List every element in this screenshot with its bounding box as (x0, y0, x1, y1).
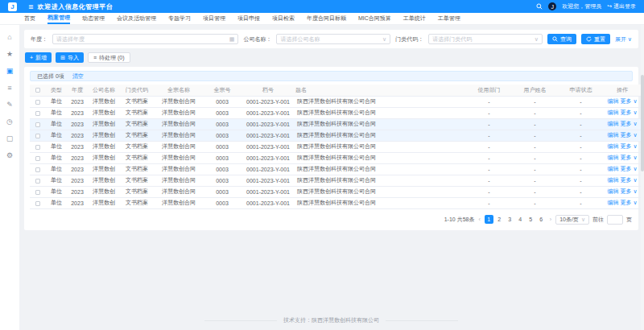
row-checkbox[interactable] (35, 156, 40, 161)
more-link[interactable]: 更多 ∨ (620, 200, 637, 205)
goto-page-input[interactable] (607, 215, 623, 225)
more-link[interactable]: 更多 ∨ (620, 143, 637, 149)
row-checkbox[interactable] (35, 201, 40, 206)
scrollbar[interactable] (641, 25, 644, 330)
page-number[interactable]: 2 (495, 215, 504, 224)
next-page-arrow[interactable]: › (549, 217, 552, 222)
category-select[interactable]: 请选择门类代码 ∨ (428, 34, 543, 44)
company-select[interactable]: 请选择公司名称 ∨ (276, 34, 390, 44)
more-link[interactable]: 更多 ∨ (620, 109, 637, 115)
edit-link[interactable]: 编辑 (607, 132, 618, 138)
page-number[interactable]: 1 (485, 215, 493, 224)
page-number[interactable]: 6 (537, 215, 546, 224)
more-link[interactable]: 更多 ∨ (620, 132, 637, 138)
nav-item[interactable]: 年度合同目标额 (307, 13, 346, 24)
nav-item[interactable]: 动态管理 (82, 13, 105, 24)
edit-link[interactable]: 编辑 (607, 109, 618, 115)
cell-category: 文书档案 (120, 96, 154, 107)
search-button[interactable]: 查询 (547, 34, 576, 44)
edit-link[interactable]: 编辑 (607, 98, 618, 104)
more-link[interactable]: 更多 ∨ (620, 155, 637, 160)
clear-selection-link[interactable]: 清空 (72, 72, 84, 80)
cell-action: 编辑 更多 ∨ (604, 118, 641, 130)
box-icon[interactable]: ▢ (3, 134, 16, 143)
archive-icon[interactable]: ▣ (3, 66, 16, 76)
add-button[interactable]: + 新增 (25, 52, 52, 63)
page-number[interactable]: 4 (516, 215, 525, 224)
page-size-select[interactable]: 10条/页 ∨ (555, 215, 589, 225)
cell-fonds_no: 0003 (204, 96, 241, 107)
nav-item[interactable]: MIC合同预算 (358, 13, 391, 24)
cell-company: 洋慧数创 (88, 175, 120, 186)
row-checkbox[interactable] (35, 134, 40, 138)
more-link[interactable]: 更多 ∨ (620, 177, 637, 183)
nav-item[interactable]: 工单管理 (438, 13, 460, 24)
reset-button[interactable]: 重置 (581, 34, 610, 44)
app-logo: J (8, 2, 17, 11)
cell-type: 单位 (46, 163, 67, 175)
list-icon[interactable]: ≡ (3, 83, 16, 93)
row-checkbox[interactable] (35, 100, 40, 105)
edit-link[interactable]: 编辑 (607, 177, 618, 183)
pending-button[interactable]: ≡ 待处理 (0) (88, 52, 130, 63)
more-link[interactable]: 更多 ∨ (620, 98, 637, 104)
menu-icon[interactable]: ≣ (28, 3, 34, 10)
nav-item[interactable]: 档案管理 (47, 13, 70, 24)
expand-link[interactable]: 展开 ∨ (615, 35, 632, 43)
col-file_no: 档号 (241, 85, 295, 96)
row-checkbox[interactable] (35, 111, 40, 116)
edit-link[interactable]: 编辑 (607, 166, 618, 171)
cell-year: 2023 (67, 186, 88, 197)
nav-item[interactable]: 项目申报 (237, 13, 260, 24)
cell-title: 陕西洋慧数创科技有限公司合同 (295, 107, 466, 118)
row-checkbox[interactable] (35, 122, 40, 127)
page-number[interactable]: 3 (506, 215, 514, 224)
cell-title: 陕西洋慧数创科技有限公司合同 (295, 163, 466, 175)
home-icon[interactable]: ⌂ (3, 32, 16, 42)
edit-link[interactable]: 编辑 (607, 155, 618, 160)
logout-label: 退出登录 (613, 2, 636, 10)
nav-item[interactable]: 工单统计 (403, 13, 426, 24)
year-input[interactable]: 请选择年度 ▦ (52, 34, 238, 44)
nav-item[interactable]: 项目管理 (203, 13, 225, 24)
row-checkbox[interactable] (35, 145, 40, 150)
cell-action: 编辑 更多 ∨ (604, 186, 641, 197)
nav-item[interactable]: 专题学习 (168, 13, 191, 24)
search-icon[interactable] (536, 3, 543, 10)
cell-fonds_no: 0003 (204, 163, 241, 175)
avatar[interactable]: J (548, 2, 556, 10)
row-checkbox[interactable] (35, 167, 40, 172)
star-icon[interactable]: ★ (3, 49, 16, 59)
edit-icon[interactable]: ✎ (3, 100, 16, 109)
cell-apply_status: - (558, 163, 604, 175)
more-link[interactable]: 更多 ∨ (620, 188, 637, 194)
page-number[interactable]: 5 (526, 215, 535, 224)
nav-item[interactable]: 会议及活动管理 (117, 13, 156, 24)
edit-link[interactable]: 编辑 (607, 143, 618, 149)
select-all-checkbox[interactable] (35, 88, 40, 93)
cell-use_dept: - (466, 96, 512, 107)
calendar-icon: ▦ (229, 36, 235, 43)
edit-link[interactable]: 编辑 (607, 200, 618, 205)
cell-apply_status: - (558, 118, 604, 130)
year-placeholder: 请选择年度 (56, 35, 85, 43)
prev-page-arrow[interactable]: ‹ (477, 217, 481, 222)
gear-icon[interactable]: ⚙ (3, 151, 16, 160)
cell-action: 编辑 更多 ∨ (604, 130, 641, 141)
row-checkbox[interactable] (35, 190, 40, 195)
more-link[interactable]: 更多 ∨ (620, 166, 637, 171)
nav-item[interactable]: 项目检索 (272, 13, 295, 24)
more-link[interactable]: 更多 ∨ (620, 121, 637, 126)
logout-button[interactable]: ↪ 退出登录 (607, 2, 636, 10)
clock-icon[interactable]: ◷ (3, 117, 16, 126)
row-checkbox[interactable] (35, 179, 40, 184)
cell-action: 编辑 更多 ∨ (604, 96, 641, 107)
cell-title: 陕西洋慧数创科技有限公司合同 (295, 96, 466, 107)
col-action: 操作 (604, 85, 641, 96)
scrollbar-thumb[interactable] (641, 75, 644, 171)
edit-link[interactable]: 编辑 (607, 188, 618, 194)
import-button[interactable]: ⊞ 导入 (56, 52, 84, 63)
nav-item[interactable]: 首页 (24, 13, 35, 24)
col-use_dept: 使用部门 (466, 85, 512, 96)
edit-link[interactable]: 编辑 (607, 121, 618, 126)
